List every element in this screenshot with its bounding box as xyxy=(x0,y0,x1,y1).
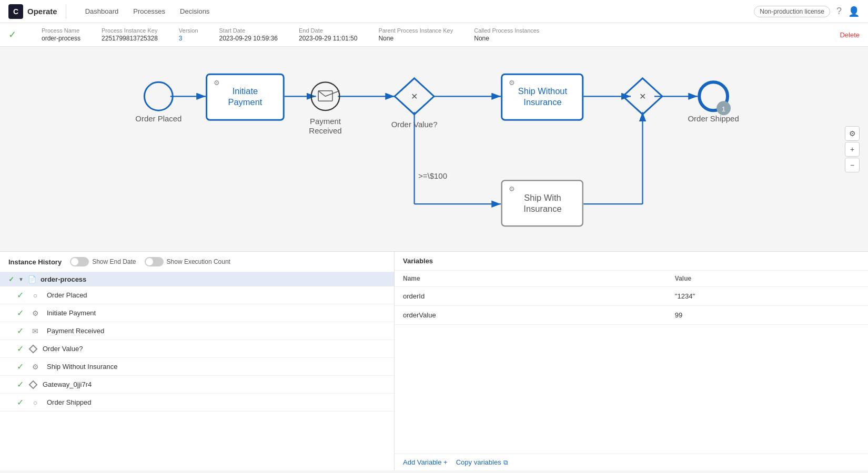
svg-text:Payment: Payment xyxy=(228,97,262,107)
var-value-0: "1234" xyxy=(667,287,868,306)
variables-table: Name Value orderId "1234" orderValue 99 xyxy=(395,271,868,325)
status-complete-icon: ✓ xyxy=(17,290,24,300)
label-process-name: Process Name xyxy=(42,27,80,34)
value-instance-key: 2251799813725328 xyxy=(102,35,158,42)
item-label-order-shipped: Order Shipped xyxy=(47,398,386,406)
process-header: ✓ Process Name order-process Process Ins… xyxy=(0,23,868,47)
add-variable-button[interactable]: Add Variable + xyxy=(403,458,448,466)
label-start-date: Start Date xyxy=(219,27,278,34)
envelope-icon: ✉ xyxy=(30,327,41,335)
instance-header: Instance History Show End Date Show Exec… xyxy=(0,252,394,272)
circle-icon: ○ xyxy=(30,398,41,407)
svg-text:⚙: ⚙ xyxy=(509,185,515,193)
zoom-controls: ⚙ + − xyxy=(845,126,860,172)
toggle-execution-count[interactable] xyxy=(145,257,164,266)
svg-point-12 xyxy=(144,82,173,110)
process-file-icon: 📄 xyxy=(28,275,36,283)
label-end-date: End Date xyxy=(299,27,357,34)
nav-right: Non-production license ? 👤 xyxy=(754,6,860,17)
list-item: ✓ Gateway_0jji7r4 xyxy=(0,376,394,394)
gear-icon: ⚙ xyxy=(30,363,41,371)
field-instance-key: Process Instance Key 2251799813725328 xyxy=(102,27,158,42)
svg-text:Insurance: Insurance xyxy=(523,97,561,107)
label-version: Version xyxy=(179,27,198,34)
toggle-end-date[interactable] xyxy=(70,257,89,266)
variables-footer: Add Variable + Copy variables ⧉ xyxy=(395,454,868,470)
list-item: ✓ Order Value? xyxy=(0,340,394,358)
zoom-in-button[interactable]: + xyxy=(845,142,860,157)
svg-text:Received: Received xyxy=(309,126,341,135)
help-icon[interactable]: ? xyxy=(836,6,842,17)
item-label-ship-without: Ship Without Insurance xyxy=(47,363,386,371)
circle-icon: ○ xyxy=(30,291,41,300)
svg-text:Insurance: Insurance xyxy=(523,204,561,213)
toggle-execution-label: Show Execution Count xyxy=(167,258,230,265)
process-row-name: order-process xyxy=(41,275,86,283)
svg-text:Initiate: Initiate xyxy=(233,86,258,96)
zoom-out-button[interactable]: − xyxy=(845,158,860,172)
svg-text:⚙: ⚙ xyxy=(214,79,220,87)
user-icon[interactable]: 👤 xyxy=(848,6,860,17)
nav-processes[interactable]: Processes xyxy=(127,4,171,18)
svg-text:Order Value?: Order Value? xyxy=(391,120,438,129)
canvas-area: >=\$100 Order Placed ⚙ Initiate Payment … xyxy=(0,47,868,252)
value-version[interactable]: 3 xyxy=(179,35,198,42)
svg-text:⚙: ⚙ xyxy=(509,79,515,87)
value-called-instances: None xyxy=(474,35,539,42)
toggle-execution-group: Show Execution Count xyxy=(145,257,230,266)
value-end-date: 2023-09-29 11:01:50 xyxy=(299,35,357,42)
instance-history-panel: Instance History Show End Date Show Exec… xyxy=(0,252,395,470)
status-complete-icon: ✓ xyxy=(17,344,24,354)
nav-links: Dashboard Processes Decisions xyxy=(79,4,216,18)
item-label-gateway: Gateway_0jji7r4 xyxy=(43,381,386,388)
toggle-end-date-group: Show End Date xyxy=(70,257,136,266)
process-row: ✓ ▼ 📄 order-process xyxy=(0,272,394,286)
toggle-end-date-label: Show End Date xyxy=(92,258,136,265)
field-process-name: Process Name order-process xyxy=(42,27,80,42)
nav-decisions[interactable]: Decisions xyxy=(174,4,216,18)
field-called-instances: Called Process Instances None xyxy=(474,27,539,42)
var-name-0: orderId xyxy=(395,287,667,306)
value-process-name: order-process xyxy=(42,35,80,42)
label-called-instances: Called Process Instances xyxy=(474,27,539,34)
var-value-1: 99 xyxy=(667,306,868,325)
field-parent-key: Parent Process Instance Key None xyxy=(378,27,453,42)
col-name-header: Name xyxy=(395,271,667,287)
delete-button[interactable]: Delete xyxy=(840,31,860,39)
variables-title: Variables xyxy=(395,252,868,271)
logo-area: C Operate xyxy=(8,4,66,19)
zoom-settings-button[interactable]: ⚙ xyxy=(845,126,860,141)
svg-text:✕: ✕ xyxy=(639,91,646,101)
status-complete-icon: ✓ xyxy=(17,362,24,372)
list-item: ✓ ○ Order Placed xyxy=(0,286,394,304)
copy-variables-button[interactable]: Copy variables ⧉ xyxy=(456,458,508,466)
list-item: ✓ ✉ Payment Received xyxy=(0,322,394,340)
value-parent-key: None xyxy=(378,35,453,42)
process-row-check-icon: ✓ xyxy=(8,275,14,283)
svg-text:Payment: Payment xyxy=(310,117,341,126)
app-name: Operate xyxy=(27,7,57,16)
label-instance-key: Process Instance Key xyxy=(102,27,158,34)
var-name-1: orderValue xyxy=(395,306,667,325)
svg-text:Order Placed: Order Placed xyxy=(135,114,181,123)
expand-arrow-icon[interactable]: ▼ xyxy=(18,276,24,282)
item-label-order-value: Order Value? xyxy=(43,345,386,353)
table-row: orderValue 99 xyxy=(395,306,868,325)
copy-icon: ⧉ xyxy=(503,459,508,466)
item-label-initiate-payment: Initiate Payment xyxy=(47,309,386,317)
status-complete-icon: ✓ xyxy=(17,397,24,407)
logo-icon: C xyxy=(8,4,23,19)
status-complete-icon: ✓ xyxy=(17,308,24,318)
nav-dashboard[interactable]: Dashboard xyxy=(79,4,125,18)
process-status-icon: ✓ xyxy=(8,29,16,40)
value-start-date: 2023-09-29 10:59:36 xyxy=(219,35,278,42)
bpmn-diagram: >=\$100 Order Placed ⚙ Initiate Payment … xyxy=(0,47,868,251)
svg-text:✕: ✕ xyxy=(411,91,418,101)
variables-panel: Variables Name Value orderId "1234" orde… xyxy=(395,252,868,470)
license-badge: Non-production license xyxy=(754,6,830,17)
list-item: ✓ ○ Order Shipped xyxy=(0,394,394,412)
bottom-area: Instance History Show End Date Show Exec… xyxy=(0,252,868,470)
svg-text:Order Shipped: Order Shipped xyxy=(688,114,739,123)
history-list: ✓ ○ Order Placed ✓ ⚙ Initiate Payment ✓ … xyxy=(0,286,394,470)
table-row: orderId "1234" xyxy=(395,287,868,306)
